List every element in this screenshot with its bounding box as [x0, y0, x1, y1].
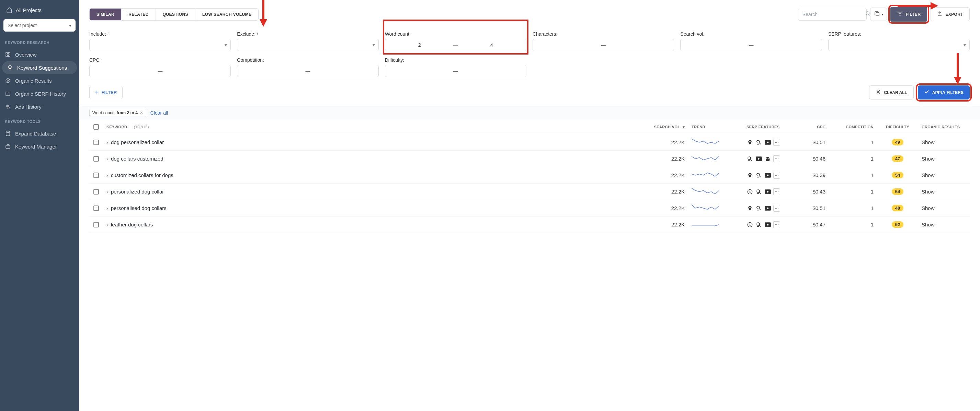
pin-icon[interactable]	[746, 139, 753, 146]
dollar-icon[interactable]	[746, 188, 753, 195]
th-trend[interactable]: TREND	[688, 125, 743, 129]
difficulty-pill: 54	[892, 172, 904, 178]
more-icon[interactable]: ⋯	[773, 205, 780, 212]
th-competition[interactable]: COMPETITION	[829, 125, 877, 129]
th-organic-results[interactable]: ORGANIC RESULTS	[918, 125, 970, 129]
th-search-vol[interactable]: SEARCH VOL. ▾	[647, 125, 688, 129]
cell-search-vol: 22.2K	[647, 139, 688, 145]
tab-low-search-volume[interactable]: LOW SEARCH VOLUME	[196, 9, 258, 20]
project-select[interactable]: Select project ▾	[3, 19, 76, 32]
expand-icon[interactable]: ›	[107, 222, 108, 227]
characters-input[interactable]: —	[533, 39, 674, 51]
keyword-text[interactable]: dog collars customized	[111, 156, 164, 162]
show-link[interactable]: Show	[922, 189, 935, 195]
tab-related[interactable]: RELATED	[122, 9, 156, 20]
filter-chip-word-count[interactable]: Word count: from 2 to 4 ✕	[89, 109, 146, 117]
filter-label-cpc: CPC:	[89, 57, 231, 63]
pin-icon[interactable]	[746, 205, 753, 212]
show-link[interactable]: Show	[922, 172, 935, 178]
sidebar-item-keyword-suggestions[interactable]: Keyword Suggestions	[2, 61, 77, 74]
show-link[interactable]: Show	[922, 139, 935, 145]
search-vol-input[interactable]: —	[680, 39, 822, 51]
search-input[interactable]	[802, 12, 862, 17]
more-icon[interactable]: ⋯	[773, 188, 780, 195]
show-link[interactable]: Show	[922, 205, 935, 211]
difficulty-pill: 48	[892, 205, 904, 211]
sidebar-item-keyword-manager[interactable]: Keyword Manager	[0, 140, 79, 153]
video-icon[interactable]	[764, 205, 771, 212]
row-checkbox[interactable]	[94, 173, 99, 178]
section-label-tools: KEYWORD TOOLS	[0, 113, 79, 127]
serp-icons: ⋯	[746, 139, 795, 146]
show-link[interactable]: Show	[922, 156, 935, 162]
expand-icon[interactable]: ›	[107, 189, 108, 195]
expand-icon[interactable]: ›	[107, 172, 108, 178]
all-projects-link[interactable]: All Projects	[0, 3, 79, 16]
row-checkbox[interactable]	[94, 156, 99, 162]
close-icon[interactable]: ✕	[140, 111, 143, 115]
tab-questions[interactable]: QUESTIONS	[156, 9, 196, 20]
more-icon[interactable]: ⋯	[773, 139, 780, 146]
basket-icon[interactable]	[764, 156, 771, 162]
row-checkbox[interactable]	[94, 189, 99, 195]
video-icon[interactable]	[764, 139, 771, 146]
search-icon[interactable]	[756, 205, 762, 212]
tab-similar[interactable]: SIMILAR	[90, 9, 122, 20]
chevron-down-icon: ▾	[69, 23, 72, 28]
search-icon[interactable]	[746, 156, 753, 162]
apply-filters-button[interactable]: APPLY FILTERS	[918, 86, 970, 100]
keyword-text[interactable]: customized collars for dogs	[111, 172, 173, 178]
difficulty-pill: 47	[892, 156, 904, 162]
columns-dropdown[interactable]: ▾	[870, 8, 887, 21]
expand-icon[interactable]: ›	[107, 205, 108, 211]
add-filter-button[interactable]: + FILTER	[89, 86, 123, 99]
th-cpc[interactable]: CPC	[798, 125, 829, 129]
more-icon[interactable]: ⋯	[773, 156, 780, 162]
search-icon[interactable]	[756, 221, 762, 228]
search-icon[interactable]	[756, 188, 762, 195]
th-difficulty[interactable]: DIFFICULTY	[877, 125, 918, 129]
row-checkbox[interactable]	[94, 222, 99, 227]
video-icon[interactable]	[756, 156, 762, 162]
video-icon[interactable]	[764, 188, 771, 195]
clear-all-button[interactable]: CLEAR ALL	[869, 86, 914, 100]
search-icon[interactable]	[756, 139, 762, 146]
keyword-text[interactable]: leather dog collars	[111, 222, 153, 227]
sidebar-item-ads-history[interactable]: Ads History	[0, 100, 79, 113]
pin-icon[interactable]	[746, 172, 753, 179]
th-keyword[interactable]: KEYWORD (10,915)	[103, 125, 647, 129]
competition-input[interactable]: —	[237, 65, 379, 77]
exclude-input[interactable]: ▾	[237, 39, 379, 51]
export-button[interactable]: EXPORT	[931, 7, 970, 21]
more-icon[interactable]: ⋯	[773, 221, 780, 228]
more-icon[interactable]: ⋯	[773, 172, 780, 179]
sidebar-item-overview[interactable]: Overview	[0, 48, 79, 61]
keyword-text[interactable]: dog personalized collar	[111, 139, 164, 145]
sidebar-item-expand-database[interactable]: Expand Database	[0, 127, 79, 140]
serp-features-input[interactable]: ▾	[828, 39, 970, 51]
dollar-icon[interactable]	[746, 221, 753, 228]
show-link[interactable]: Show	[922, 222, 935, 227]
video-icon[interactable]	[764, 221, 771, 228]
keyword-text[interactable]: personalised dog collars	[111, 205, 167, 211]
row-checkbox[interactable]	[94, 205, 99, 211]
th-serp-features[interactable]: SERP FEATURES	[743, 125, 798, 129]
select-all-checkbox[interactable]	[94, 124, 99, 130]
sidebar-item-organic-results[interactable]: Organic Results	[0, 74, 79, 87]
search-icon[interactable]	[756, 172, 762, 179]
row-checkbox[interactable]	[94, 140, 99, 145]
expand-icon[interactable]: ›	[107, 156, 108, 162]
search-input-wrap[interactable]	[798, 8, 867, 21]
word-count-input[interactable]: 2 — 4	[385, 39, 527, 51]
clear-all-link[interactable]: Clear all	[150, 110, 168, 116]
export-button-label: EXPORT	[945, 12, 963, 17]
difficulty-input[interactable]: —	[385, 65, 527, 77]
expand-icon[interactable]: ›	[107, 139, 108, 145]
video-icon[interactable]	[764, 172, 771, 179]
filter-button[interactable]: FILTER	[890, 7, 928, 22]
cell-trend	[688, 187, 743, 196]
sidebar-item-serp-history[interactable]: Organic SERP History	[0, 87, 79, 100]
cpc-input[interactable]: —	[89, 65, 231, 77]
include-input[interactable]: ▾	[89, 39, 231, 51]
keyword-text[interactable]: personalized dog collar	[111, 189, 164, 195]
